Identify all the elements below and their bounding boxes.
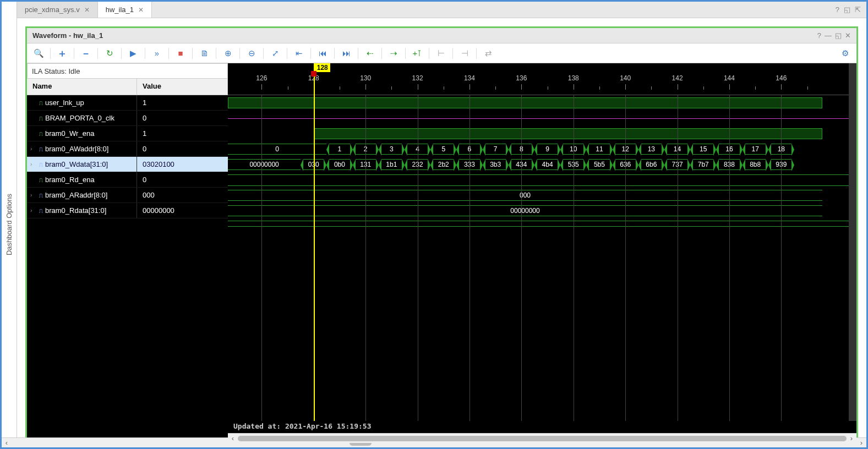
signal-type-icon: ⎍ bbox=[39, 146, 43, 152]
signal-row[interactable]: ›⎍bram0_Rdata[31:0]00000000 bbox=[27, 203, 228, 218]
bus-segment: 0b0 bbox=[329, 159, 350, 170]
bus-segment: 15 bbox=[693, 144, 713, 155]
vertical-scrollbar[interactable] bbox=[849, 63, 856, 421]
signal-row[interactable]: ⎍user_lnk_up1 bbox=[27, 95, 228, 111]
chevron-right-icon[interactable]: › bbox=[847, 434, 856, 442]
waveform-lane[interactable] bbox=[228, 218, 856, 234]
ruler-tick-label: 140 bbox=[620, 74, 631, 82]
retrigger-icon[interactable]: ↻ bbox=[102, 46, 117, 61]
tab-hw-ila[interactable]: hw_ila_1 ✕ bbox=[98, 2, 152, 18]
waveform-toolbar: 🔍 ＋ － ↻ ▶ » ■ 🗎 ⊕ ⊖ ⤢ bbox=[27, 43, 856, 63]
cursor-position-label: 128 bbox=[315, 63, 330, 72]
bus-segment: 00000000 bbox=[228, 205, 822, 216]
waveform-lane[interactable] bbox=[228, 111, 856, 126]
signal-row[interactable]: ⎍bram0_Wr_ena1 bbox=[27, 126, 228, 141]
waveform-lane[interactable]: 000000000300b01311b12322b23333b34344b453… bbox=[228, 157, 856, 172]
signal-name-cell[interactable]: ⎍user_lnk_up bbox=[27, 95, 137, 110]
signal-name-cell[interactable]: ›⎍bram0_AWaddr[8:0] bbox=[27, 141, 137, 156]
bus-segment: 8b8 bbox=[745, 159, 766, 170]
export-icon[interactable]: 🗎 bbox=[197, 46, 211, 61]
signal-row[interactable]: ›⎍bram0_ARaddr[8:0]000 bbox=[27, 188, 228, 203]
run-all-icon[interactable]: » bbox=[150, 46, 164, 61]
bus-segment: 6b6 bbox=[641, 159, 662, 170]
panel-title: Waveform - hw_ila_1 bbox=[32, 31, 103, 40]
expand-icon[interactable]: › bbox=[30, 161, 37, 167]
last-icon[interactable]: ⏭ bbox=[339, 46, 353, 61]
ruler-tick-label: 126 bbox=[256, 74, 267, 82]
minimize-icon[interactable]: — bbox=[825, 31, 832, 40]
prev-marker-icon[interactable]: ⊢ bbox=[434, 46, 448, 61]
signal-name-cell[interactable]: ›⎍bram0_Wdata[31:0] bbox=[27, 157, 137, 172]
cursor-line[interactable] bbox=[314, 63, 315, 421]
stop-icon[interactable]: ■ bbox=[173, 46, 188, 61]
next-transition-icon[interactable]: ⇢ bbox=[386, 46, 401, 61]
close-icon[interactable]: ✕ bbox=[138, 6, 144, 14]
column-header-value[interactable]: Value bbox=[137, 79, 228, 95]
signal-name-cell[interactable]: ⎍bram0_Rd_ena bbox=[27, 172, 137, 187]
zoom-in-icon[interactable]: ⊕ bbox=[221, 46, 235, 61]
waveform-lane[interactable]: 000 bbox=[228, 188, 856, 203]
signal-name-cell[interactable]: ⎍BRAM_PORTA_0_clk bbox=[27, 111, 137, 125]
waveform-lane[interactable] bbox=[228, 95, 856, 111]
goto-cursor-icon[interactable]: ⇤ bbox=[292, 46, 306, 61]
add-marker-icon[interactable]: +⊺ bbox=[410, 46, 424, 61]
maximize-icon[interactable]: ◱ bbox=[835, 31, 842, 40]
maximize-icon[interactable]: ◱ bbox=[844, 6, 850, 14]
ruler-tick-label: 138 bbox=[568, 74, 579, 82]
tab-label: pcie_xdma_sys.v bbox=[25, 6, 80, 14]
expand-icon[interactable]: › bbox=[30, 146, 37, 152]
dashboard-options-tab[interactable]: Dashboard Options bbox=[2, 2, 17, 447]
signal-name-cell[interactable]: ›⎍bram0_ARaddr[8:0] bbox=[27, 188, 137, 202]
signal-name-label: BRAM_PORTA_0_clk bbox=[45, 114, 114, 122]
signal-value-cell: 000 bbox=[137, 188, 228, 202]
first-icon[interactable]: ⏮ bbox=[315, 46, 330, 61]
bus-segment: 9 bbox=[537, 144, 558, 155]
tab-pcie-xdma[interactable]: pcie_xdma_sys.v ✕ bbox=[17, 2, 98, 18]
bus-segment: 3b3 bbox=[485, 159, 506, 170]
waveform-canvas[interactable]: 128 126128130132134136138140142144146 01… bbox=[228, 63, 856, 443]
bus-segment: 5 bbox=[433, 144, 454, 155]
signal-name-cell[interactable]: ›⎍bram0_Rdata[31:0] bbox=[27, 203, 137, 218]
chevron-left-icon[interactable]: ‹ bbox=[228, 434, 238, 442]
prev-transition-icon[interactable]: ⇠ bbox=[363, 46, 377, 61]
column-header-name[interactable]: Name bbox=[27, 79, 137, 95]
add-icon[interactable]: ＋ bbox=[55, 46, 69, 61]
bus-segment: 17 bbox=[745, 144, 766, 155]
remove-icon[interactable]: － bbox=[79, 46, 93, 61]
wave-high-segment bbox=[228, 97, 822, 108]
time-ruler[interactable]: 126128130132134136138140142144146 bbox=[228, 71, 856, 95]
signal-type-icon: ⎍ bbox=[39, 177, 43, 183]
ruler-tick-label: 132 bbox=[412, 74, 423, 82]
wave-low-line bbox=[228, 118, 856, 119]
run-icon[interactable]: ▶ bbox=[126, 46, 140, 61]
signal-value-cell: 00000000 bbox=[137, 203, 228, 218]
signal-name-label: bram0_Rd_ena bbox=[45, 176, 95, 184]
signal-name-cell[interactable]: ⎍bram0_Wr_ena bbox=[27, 126, 137, 141]
swap-cursors-icon[interactable]: ⇄ bbox=[481, 46, 495, 61]
help-icon[interactable]: ? bbox=[817, 31, 821, 40]
bus-segment: 00000000 bbox=[228, 159, 301, 170]
close-icon[interactable]: ✕ bbox=[845, 31, 851, 40]
signal-row[interactable]: ⎍BRAM_PORTA_0_clk0 bbox=[27, 111, 228, 126]
cursor-marker-icon[interactable] bbox=[311, 71, 316, 76]
waveform-lane[interactable]: 00000000 bbox=[228, 203, 856, 218]
waveform-lane[interactable] bbox=[228, 126, 856, 141]
wave-hscroll[interactable]: ‹ › bbox=[228, 433, 856, 443]
expand-icon[interactable]: › bbox=[30, 192, 37, 198]
expand-icon[interactable]: › bbox=[30, 207, 37, 213]
close-icon[interactable]: ✕ bbox=[84, 6, 90, 14]
popout-icon[interactable]: ⇱ bbox=[855, 6, 861, 14]
signal-row[interactable]: ›⎍bram0_AWaddr[8:0]0 bbox=[27, 141, 228, 157]
signal-row[interactable]: ›⎍bram0_Wdata[31:0]03020100 bbox=[27, 157, 228, 172]
bus-segment: 5b5 bbox=[589, 159, 609, 170]
ila-status: ILA Status: Idle bbox=[27, 63, 228, 79]
help-icon[interactable]: ? bbox=[836, 6, 839, 14]
next-marker-icon[interactable]: ⊣ bbox=[457, 46, 472, 61]
signal-row[interactable]: ⎍bram0_Rd_ena0 bbox=[27, 172, 228, 188]
settings-icon[interactable]: ⚙ bbox=[838, 46, 852, 61]
waveform-lane[interactable]: 0123456789101112131415161718 bbox=[228, 141, 856, 157]
zoom-out-icon[interactable]: ⊖ bbox=[244, 46, 259, 61]
search-icon[interactable]: 🔍 bbox=[31, 46, 46, 61]
waveform-lane[interactable] bbox=[228, 172, 856, 188]
zoom-fit-icon[interactable]: ⤢ bbox=[268, 46, 282, 61]
